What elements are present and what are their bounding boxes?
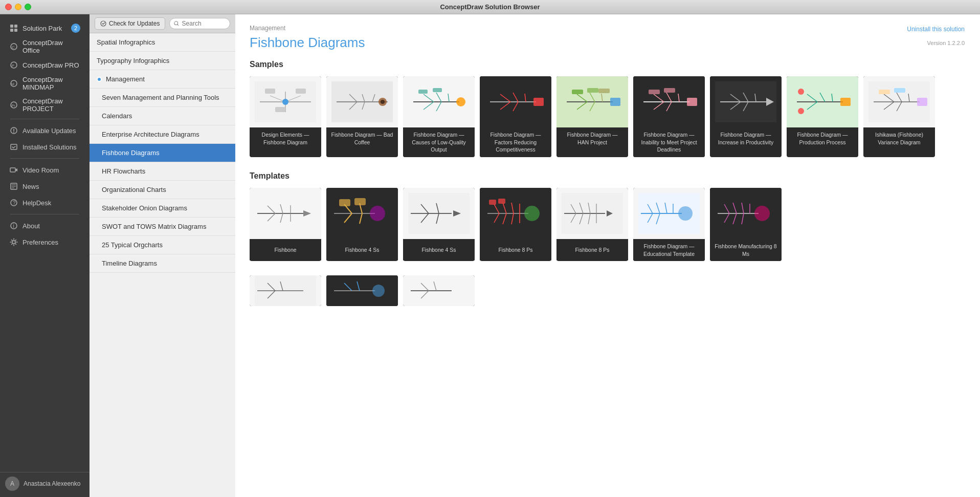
sidebar-item-label: ConceptDraw PROJECT [23,97,80,113]
list-item[interactable]: Organizational Charts [90,181,235,199]
list-item[interactable]: Calendars [90,107,235,125]
svg-point-148 [524,206,540,221]
template-card[interactable] [250,275,321,306]
solution-list-toolbar: Check for Updates [90,14,235,33]
sample-card[interactable]: Design Elements — Fishbone Diagram [250,76,321,157]
svg-point-168 [678,206,693,221]
sidebar-item-label: ConceptDraw PRO [23,61,79,69]
sample-card[interactable]: Fishbone Diagram — Bad Coffee [326,76,398,157]
sample-card[interactable]: Fishbone Diagram — HAN Project [556,76,628,157]
news-icon [9,182,18,191]
svg-text:M: M [11,82,14,86]
list-item[interactable]: SWOT and TOWS Matrix Diagrams [90,218,235,236]
sample-card[interactable]: Fishbone Diagram — Production Process [787,76,858,157]
list-item-fishbone[interactable]: Fishbone Diagrams [90,144,235,162]
samples-section-title: Samples [250,60,966,69]
sidebar-item-news[interactable]: News [5,178,84,195]
office-icon: C [9,42,18,51]
breadcrumb: Management [250,25,966,32]
thumb-image [710,188,782,239]
list-item[interactable]: Stakeholder Onion Diagrams [90,199,235,218]
svg-text:?: ? [13,200,16,206]
thumb-image [480,76,551,127]
list-item[interactable]: HR Flowcharts [90,162,235,181]
sidebar-item-available-updates[interactable]: Available Updates [5,122,84,139]
svg-rect-147 [498,199,505,204]
list-item[interactable]: 25 Typical Orgcharts [90,236,235,254]
svg-rect-71 [587,88,598,93]
sidebar-item-preferences[interactable]: Preferences [5,234,84,250]
svg-rect-35 [275,107,285,112]
check-updates-button[interactable]: Check for Updates [95,17,165,30]
sample-card[interactable]: Ishikawa (Fishbone) Variance Diagram [863,76,935,157]
svg-rect-3 [14,29,17,32]
maximize-button[interactable] [25,4,31,10]
svg-rect-33 [265,89,275,94]
help-icon: ? [9,198,18,207]
sidebar-item-label: ConceptDraw Office [23,39,80,54]
sidebar-bottom: A Anastacia Alexeenko [0,472,90,497]
solution-park-badge: 2 [71,24,80,33]
template-card[interactable]: Fishbone [250,188,321,261]
sidebar-item-label: About [23,222,40,230]
sample-card[interactable]: Fishbone Diagram — Inability to Meet Pro… [633,76,705,157]
svg-point-24 [101,21,106,26]
template-card[interactable] [326,275,398,306]
sample-card[interactable]: Fishbone Diagram — Increase in Productiv… [710,76,782,157]
template-card[interactable]: Fishbone Manufacturing 8 Ms [710,188,782,261]
list-item[interactable]: Timeline Diagrams [90,254,235,273]
sidebar-item-video-room[interactable]: Video Room [5,162,84,178]
list-item[interactable]: Enterprise Architecture Diagrams [90,125,235,144]
mindmap-icon: M [9,79,18,88]
thumb-label: Fishbone Diagram — Production Process [787,127,858,149]
svg-rect-81 [649,90,660,94]
gear-icon [9,237,18,247]
svg-text:C: C [12,45,15,50]
search-input[interactable] [182,20,226,27]
sidebar-item-solution-park[interactable]: Solution Park 2 [5,20,84,36]
thumb-image [403,275,475,306]
list-item-management-category[interactable]: Management [90,70,235,89]
thumb-label: Fishbone Diagram — Inability to Meet Pro… [633,127,705,157]
thumb-image [787,76,858,127]
sidebar-item-conceptdraw-mindmap[interactable]: M ConceptDraw MINDMAP [5,73,84,94]
sample-card[interactable]: Fishbone Diagram — Factors Reducing Comp… [480,76,551,157]
sidebar-item-conceptdraw-project[interactable]: Pr ConceptDraw PROJECT [5,94,84,116]
thumb-image [250,76,321,127]
svg-rect-126 [339,199,350,206]
project-icon: Pr [9,100,18,110]
list-item[interactable]: Spatial Infographics [90,33,235,52]
list-item[interactable]: Typography Infographics [90,52,235,70]
thumb-image [326,275,398,306]
page-title: Fishbone Diagrams [250,35,966,51]
thumb-image [250,188,321,239]
sidebar-item-conceptdraw-office[interactable]: C ConceptDraw Office [5,36,84,57]
grid-icon [9,24,18,33]
list-item[interactable]: Seven Management and Planning Tools [90,89,235,107]
sidebar-item-label: HelpDesk [23,199,51,207]
sidebar-item-label: Installed Solutions [23,143,77,151]
template-card[interactable]: Fishbone 4 Ss [326,188,398,261]
close-button[interactable] [5,4,12,10]
sample-card[interactable]: Fishbone Diagram — Causes of Low-Quality… [403,76,475,157]
thumb-label: Fishbone [250,239,321,261]
updates-icon [9,126,18,135]
search-box[interactable] [169,18,230,29]
template-card[interactable]: Fishbone Diagram — Educational Template [633,188,705,261]
sidebar-item-label: Solution Park [23,25,62,32]
sidebar-item-about[interactable]: i About [5,218,84,234]
sidebar-item-helpdesk[interactable]: ? HelpDesk [5,195,84,211]
about-icon: i [9,221,18,230]
template-card[interactable]: Fishbone 8 Ps [556,188,628,261]
svg-point-99 [798,108,804,114]
minimize-button[interactable] [15,4,21,10]
sidebar-divider-2 [10,158,79,159]
thumb-image [633,76,705,127]
uninstall-link[interactable]: Uninstall this solution [907,26,965,33]
sidebar-item-conceptdraw-pro[interactable]: P ConceptDraw PRO [5,57,84,73]
svg-point-25 [174,21,178,25]
sidebar-item-installed-solutions[interactable]: Installed Solutions [5,139,84,155]
template-card[interactable]: Fishbone 4 Ss [403,188,475,261]
template-card[interactable] [403,275,475,306]
template-card[interactable]: Fishbone 8 Ps [480,188,551,261]
